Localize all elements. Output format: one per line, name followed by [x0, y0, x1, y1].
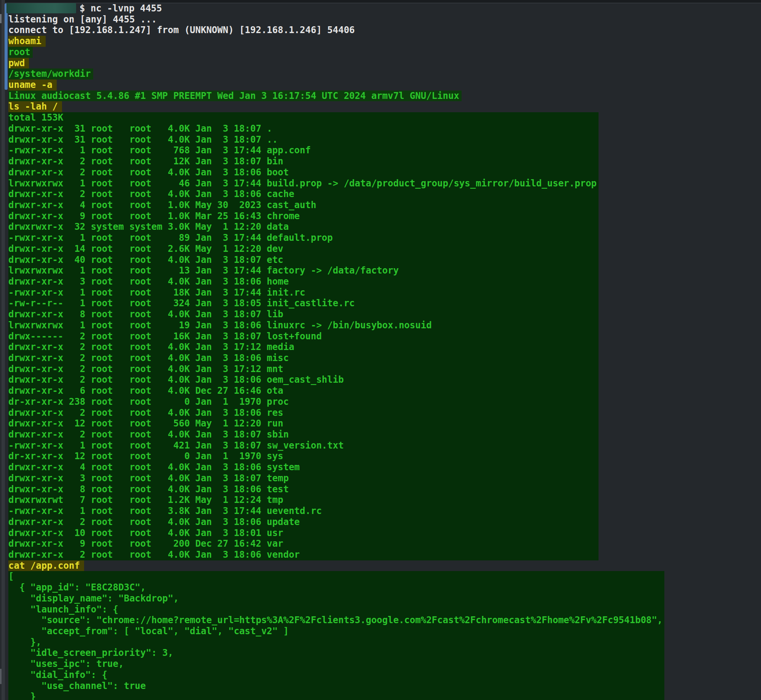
terminal-line: lrwxrwxrwx 1 root root 13 Jan 3 17:44 fa…	[8, 265, 597, 276]
line-text: pwd	[8, 58, 29, 69]
terminal-line: "launch_info": {	[8, 604, 662, 615]
scroll-indicator-bottom	[0, 669, 2, 684]
terminal-line: "idle_screen_priority": 3,	[8, 648, 662, 659]
terminal-output: $ nc -lvnp 4455listening on [any] 4455 .…	[8, 3, 761, 700]
terminal-line: lrwxrwxrwx 1 root root 46 Jan 3 17:44 bu…	[8, 178, 597, 189]
terminal-line: drwxr-xr-x 2 root root 4.0K Jan 3 18:06 …	[8, 549, 597, 560]
terminal-line: [	[8, 571, 662, 582]
terminal-line: drwxr-xr-x 4 root root 1.0K May 30 2023 …	[8, 200, 597, 211]
terminal-line: drwxr-xr-x 2 root root 4.0K Jan 3 18:06 …	[8, 407, 597, 418]
terminal-line: { "app_id": "E8C28D3C",	[8, 582, 662, 593]
command-line: ls -lah /	[8, 101, 761, 112]
terminal-line: lrwxrwxrwx 1 root root 19 Jan 3 18:06 li…	[8, 320, 597, 331]
terminal-line: $ nc -lvnp 4455	[8, 3, 761, 14]
terminal-line: -rwxr-xr-x 1 root root 3.8K Jan 3 17:44 …	[8, 506, 597, 517]
terminal-line: drwxr-xr-x 4 root root 4.0K Jan 3 18:06 …	[8, 462, 597, 473]
terminal-line: -rwxr-xr-x 1 root root 18K Jan 3 17:44 i…	[8, 287, 597, 298]
terminal-line: drwxr-xr-x 2 root root 4.0K Jan 3 18:07 …	[8, 429, 597, 440]
scroll-indicator-top	[0, 14, 2, 23]
terminal-line: dr-xr-xr-x 238 root root 0 Jan 1 1970 pr…	[8, 396, 597, 407]
highlighted-result-line: root	[8, 47, 761, 58]
terminal-line: drwxr-xr-x 2 root root 4.0K Jan 3 17:12 …	[8, 364, 597, 375]
terminal-line: -rwxr-xr-x 1 root root 89 Jan 3 17:44 de…	[8, 232, 597, 243]
terminal-line: drwxr-xr-x 2 root root 4.0K Jan 3 18:06 …	[8, 167, 597, 178]
terminal-line: -rwxr-xr-x 1 root root 421 Jan 3 18:07 s…	[8, 440, 597, 451]
terminal-line: drwxrwxr-x 32 system system 3.0K May 1 1…	[8, 221, 597, 232]
terminal-line: drwxr-xr-x 10 root root 4.0K Jan 3 18:01…	[8, 528, 597, 539]
terminal-line: "source": "chrome://home?remote_url=http…	[8, 615, 662, 626]
scrollbar-track-edge	[0, 0, 2, 700]
terminal-line: drwx------ 2 root root 16K Jan 3 18:07 l…	[8, 331, 597, 342]
terminal-line: drwxr-xr-x 2 root root 4.0K Jan 3 18:06 …	[8, 374, 597, 385]
line-text: ls -lah /	[8, 101, 62, 112]
terminal-line: }	[8, 691, 662, 700]
line-text: cat /app.conf	[8, 560, 84, 571]
line-text: root	[8, 47, 33, 58]
terminal-line: listening on [any] 4455 ...	[8, 14, 761, 25]
terminal-line: "accept_from": [ "local", "dial", "cast_…	[8, 626, 662, 637]
command-line: cat /app.conf	[8, 560, 761, 571]
command-line: pwd	[8, 58, 761, 69]
terminal-line: drwxr-xr-x 2 root root 4.0K Jan 3 18:06 …	[8, 517, 597, 528]
terminal-line: drwxr-xr-x 3 root root 4.0K Jan 3 18:06 …	[8, 276, 597, 287]
terminal-line: drwxr-xr-x 3 root root 4.0K Jan 3 18:07 …	[8, 473, 597, 484]
command-line: uname -a	[8, 80, 761, 91]
highlighted-result-line: Linux audiocast 5.4.86 #1 SMP PREEMPT We…	[8, 91, 761, 102]
terminal-line: drwxr-xr-x 12 root root 560 May 1 12:20 …	[8, 418, 597, 429]
terminal-line: drwxr-xr-x 6 root root 4.0K Dec 27 16:46…	[8, 385, 597, 396]
line-text: connect to [192.168.1.247] from (UNKNOWN…	[8, 25, 355, 36]
scrollbar-thumb[interactable]	[5, 3, 8, 90]
terminal-window: $ nc -lvnp 4455listening on [any] 4455 .…	[0, 0, 761, 700]
output-block: [ { "app_id": "E8C28D3C", "display_name"…	[8, 571, 664, 700]
output-block: total 153Kdrwxr-xr-x 31 root root 4.0K J…	[8, 112, 599, 560]
terminal-line: drwxr-xr-x 31 root root 4.0K Jan 3 18:07…	[8, 123, 597, 134]
terminal-line: drwxr-xr-x 9 root root 1.0K Mar 25 16:43…	[8, 211, 597, 222]
terminal-line: "display_name": "Backdrop",	[8, 593, 662, 604]
terminal-line: drwxr-xr-x 2 root root 4.0K Jan 3 18:06 …	[8, 189, 597, 200]
terminal-line: "dial_info": {	[8, 670, 662, 681]
terminal-line: drwxr-xr-x 8 root root 4.0K Jan 3 18:06 …	[8, 484, 597, 495]
terminal-line: drwxr-xr-x 8 root root 4.0K Jan 3 18:07 …	[8, 309, 597, 320]
command-line: whoami	[8, 36, 761, 47]
terminal-line: connect to [192.168.1.247] from (UNKNOWN…	[8, 25, 761, 36]
terminal-line: total 153K	[8, 112, 597, 123]
line-text: uname -a	[8, 80, 57, 91]
terminal-line: drwxr-xr-x 40 root root 4.0K Jan 3 18:07…	[8, 255, 597, 266]
terminal-line: drwxr-xr-x 2 root root 12K Jan 3 18:07 b…	[8, 156, 597, 167]
terminal-line: drwxr-xr-x 9 root root 200 Dec 27 16:42 …	[8, 538, 597, 549]
line-text: /system/workdir	[8, 68, 93, 80]
terminal-line: drwxrwxrwt 7 root root 1.2K May 1 12:24 …	[8, 495, 597, 506]
line-text: whoami	[8, 36, 46, 47]
redacted-prompt-box	[6, 3, 76, 13]
terminal-line: },	[8, 637, 662, 648]
terminal-line: drwxr-xr-x 31 root root 4.0K Jan 3 18:07…	[8, 134, 597, 145]
line-text: $ nc -lvnp 4455	[80, 3, 162, 14]
line-text: listening on [any] 4455 ...	[8, 14, 157, 25]
terminal-line: "uses_ipc": true,	[8, 659, 662, 670]
terminal-line: drwxr-xr-x 14 root root 2.6K May 1 12:20…	[8, 243, 597, 255]
line-text: Linux audiocast 5.4.86 #1 SMP PREEMPT We…	[8, 91, 462, 102]
highlighted-result-line: /system/workdir	[8, 68, 761, 80]
terminal-line: -rw-r--r-- 1 root root 324 Jan 3 18:05 i…	[8, 298, 597, 309]
terminal-line: -rwxr-xr-x 1 root root 768 Jan 3 17:44 a…	[8, 145, 597, 156]
terminal-line: dr-xr-xr-x 12 root root 0 Jan 1 1970 sys	[8, 451, 597, 462]
terminal-line: "use_channel": true	[8, 681, 662, 692]
terminal-line: drwxr-xr-x 2 root root 4.0K Jan 3 17:12 …	[8, 342, 597, 353]
terminal-line: drwxr-xr-x 2 root root 4.0K Jan 3 18:06 …	[8, 353, 597, 364]
